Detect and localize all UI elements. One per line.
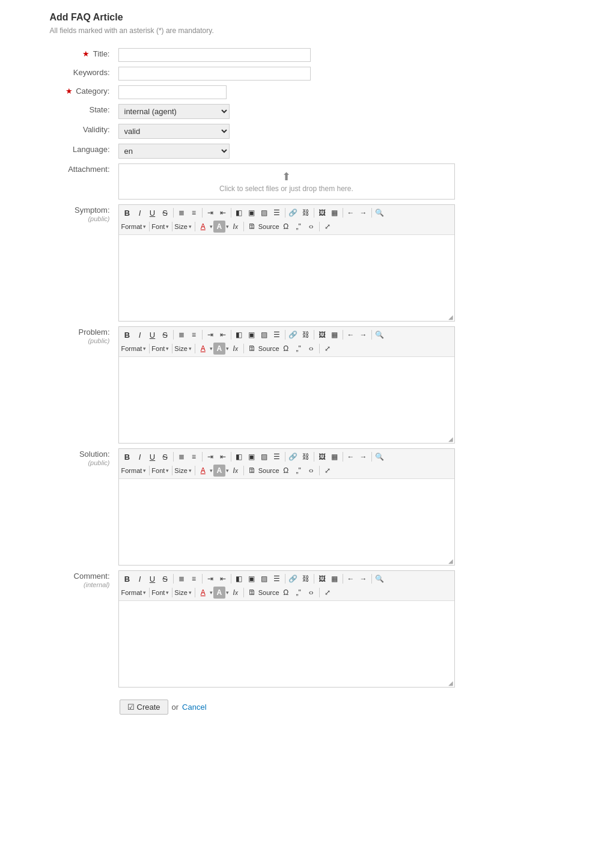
solution-font-dropdown[interactable]: Font ▾ xyxy=(151,467,170,474)
symptom-alignright-btn[interactable]: ▨ xyxy=(258,207,270,219)
symptom-format-dropdown[interactable]: Format ▾ xyxy=(121,223,148,230)
problem-alignright-btn[interactable]: ▨ xyxy=(258,329,270,341)
problem-link-btn[interactable]: 🔗 xyxy=(287,329,299,341)
comment-fontcolor-btn[interactable]: A xyxy=(197,587,209,599)
comment-strike-btn[interactable]: S xyxy=(159,573,171,585)
symptom-fontcolor-btn[interactable]: A xyxy=(197,221,209,233)
comment-bgcolor-btn[interactable]: A xyxy=(213,587,225,599)
solution-link-btn[interactable]: 🔗 xyxy=(287,451,299,463)
problem-search-btn[interactable]: 🔍 xyxy=(374,329,386,341)
comment-ol-btn[interactable]: ≣ xyxy=(175,573,188,585)
problem-font-dropdown[interactable]: Font ▾ xyxy=(151,345,170,352)
solution-fontcolor-btn[interactable]: A xyxy=(197,465,209,477)
problem-undo-btn[interactable]: ← xyxy=(345,329,357,341)
solution-image-btn[interactable]: 🖼 xyxy=(316,451,328,463)
symptom-font-dropdown[interactable]: Font ▾ xyxy=(151,223,170,230)
solution-strike-btn[interactable]: S xyxy=(159,451,171,463)
comment-format-dropdown[interactable]: Format ▾ xyxy=(121,589,148,596)
comment-alignright-btn[interactable]: ▨ xyxy=(258,573,270,585)
solution-bold-btn[interactable]: B xyxy=(121,451,133,463)
symptom-quote1-btn[interactable]: „" xyxy=(293,221,305,233)
symptom-body[interactable] xyxy=(119,235,454,313)
problem-image-btn[interactable]: 🖼 xyxy=(316,329,328,341)
problem-body[interactable] xyxy=(119,357,454,435)
solution-italic-btn[interactable]: I xyxy=(134,451,146,463)
solution-size-dropdown[interactable]: Size ▾ xyxy=(174,467,192,474)
comment-omega-btn[interactable]: Ω xyxy=(280,587,292,599)
solution-ol-btn[interactable]: ≣ xyxy=(175,451,188,463)
solution-alignleft-btn[interactable]: ◧ xyxy=(233,451,245,463)
solution-redo-btn[interactable]: → xyxy=(358,451,370,463)
symptom-bgcolor-btn[interactable]: A xyxy=(213,221,225,233)
solution-underline-btn[interactable]: U xyxy=(147,451,159,463)
symptom-italic-btn[interactable]: I xyxy=(134,207,146,219)
solution-alignright-btn[interactable]: ▨ xyxy=(258,451,270,463)
solution-aligncenter-btn[interactable]: ▣ xyxy=(246,451,258,463)
solution-clearformat-btn[interactable]: Ix xyxy=(230,465,242,477)
category-input[interactable] xyxy=(118,85,227,99)
comment-size-dropdown[interactable]: Size ▾ xyxy=(174,589,192,596)
problem-bgcolor-btn[interactable]: A xyxy=(213,343,225,355)
problem-ol-btn[interactable]: ≣ xyxy=(175,329,188,341)
problem-outdent-btn[interactable]: ⇤ xyxy=(217,329,229,341)
comment-outdent-btn[interactable]: ⇤ xyxy=(217,573,229,585)
solution-body[interactable] xyxy=(119,479,454,557)
solution-undo-btn[interactable]: ← xyxy=(345,451,357,463)
comment-fullscreen-btn[interactable]: ⤢ xyxy=(322,587,334,599)
symptom-alignjustify-btn[interactable]: ☰ xyxy=(271,207,283,219)
problem-alignleft-btn[interactable]: ◧ xyxy=(233,329,245,341)
symptom-indent-btn[interactable]: ⇥ xyxy=(204,207,216,219)
symptom-clearformat-btn[interactable]: Ix xyxy=(230,221,242,233)
keywords-input[interactable] xyxy=(118,67,311,81)
problem-underline-btn[interactable]: U xyxy=(147,329,159,341)
solution-outdent-btn[interactable]: ⇤ xyxy=(217,451,229,463)
symptom-aligncenter-btn[interactable]: ▣ xyxy=(246,207,258,219)
symptom-underline-btn[interactable]: U xyxy=(147,207,159,219)
comment-alignjustify-btn[interactable]: ☰ xyxy=(271,573,283,585)
comment-italic-btn[interactable]: I xyxy=(134,573,146,585)
problem-unlink-btn[interactable]: ⛓ xyxy=(300,329,312,341)
symptom-image-btn[interactable]: 🖼 xyxy=(316,207,328,219)
solution-alignjustify-btn[interactable]: ☰ xyxy=(271,451,283,463)
problem-omega-btn[interactable]: Ω xyxy=(280,343,292,355)
comment-body[interactable] xyxy=(119,601,454,679)
comment-unlink-btn[interactable]: ⛓ xyxy=(300,573,312,585)
symptom-omega-btn[interactable]: Ω xyxy=(280,221,292,233)
problem-table-btn[interactable]: ▦ xyxy=(329,329,341,341)
problem-fontcolor-btn[interactable]: A xyxy=(197,343,209,355)
solution-format-dropdown[interactable]: Format ▾ xyxy=(121,467,148,474)
comment-link-btn[interactable]: 🔗 xyxy=(287,573,299,585)
symptom-strike-btn[interactable]: S xyxy=(159,207,171,219)
comment-redo-btn[interactable]: → xyxy=(358,573,370,585)
comment-search-btn[interactable]: 🔍 xyxy=(374,573,386,585)
create-button[interactable]: ☑ Create xyxy=(120,700,168,715)
problem-bold-btn[interactable]: B xyxy=(121,329,133,341)
problem-resize[interactable]: ◢ xyxy=(119,435,454,443)
comment-clearformat-btn[interactable]: Ix xyxy=(230,587,242,599)
symptom-quote2-btn[interactable]: ‹› xyxy=(305,221,317,233)
comment-font-dropdown[interactable]: Font ▾ xyxy=(151,589,170,596)
problem-fullscreen-btn[interactable]: ⤢ xyxy=(322,343,334,355)
symptom-bold-btn[interactable]: B xyxy=(121,207,133,219)
validity-select[interactable]: valid xyxy=(118,124,230,139)
solution-quote1-btn[interactable]: „" xyxy=(293,465,305,477)
comment-undo-btn[interactable]: ← xyxy=(345,573,357,585)
comment-bold-btn[interactable]: B xyxy=(121,573,133,585)
solution-indent-btn[interactable]: ⇥ xyxy=(204,451,216,463)
solution-unlink-btn[interactable]: ⛓ xyxy=(300,451,312,463)
problem-italic-btn[interactable]: I xyxy=(134,329,146,341)
solution-quote2-btn[interactable]: ‹› xyxy=(305,465,317,477)
solution-bgcolor-btn[interactable]: A xyxy=(213,465,225,477)
solution-resize[interactable]: ◢ xyxy=(119,557,454,565)
comment-image-btn[interactable]: 🖼 xyxy=(316,573,328,585)
comment-alignleft-btn[interactable]: ◧ xyxy=(233,573,245,585)
problem-redo-btn[interactable]: → xyxy=(358,329,370,341)
problem-format-dropdown[interactable]: Format ▾ xyxy=(121,345,148,352)
solution-table-btn[interactable]: ▦ xyxy=(329,451,341,463)
symptom-link-btn[interactable]: 🔗 xyxy=(287,207,299,219)
symptom-undo-btn[interactable]: ← xyxy=(345,207,357,219)
symptom-redo-btn[interactable]: → xyxy=(358,207,370,219)
symptom-resize[interactable]: ◢ xyxy=(119,313,454,321)
symptom-outdent-btn[interactable]: ⇤ xyxy=(217,207,229,219)
comment-table-btn[interactable]: ▦ xyxy=(329,573,341,585)
